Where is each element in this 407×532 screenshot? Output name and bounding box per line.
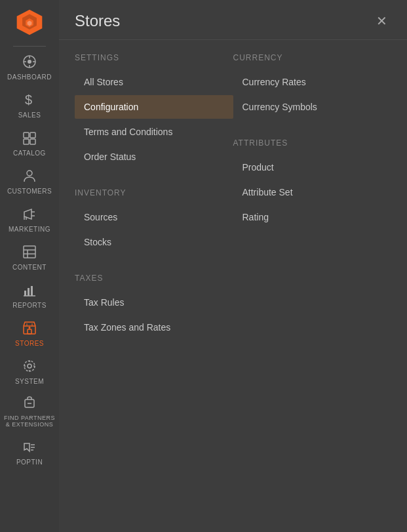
inventory-section-title: Inventory	[75, 188, 233, 197]
sidebar-item-stores[interactable]: STORES	[0, 314, 59, 352]
svg-rect-24	[24, 291, 26, 296]
attributes-section: Attributes Product Attribute Set Rating	[233, 138, 392, 230]
rating-item[interactable]: Rating	[233, 205, 392, 229]
attribute-set-item[interactable]: Attribute Set	[233, 180, 392, 204]
sidebar-item-catalog[interactable]: CATALOG	[0, 124, 59, 162]
sidebar-item-label: CUSTOMERS	[7, 188, 52, 195]
sidebar-item-label: CONTENT	[12, 264, 47, 271]
sidebar-item-customers[interactable]: CUSTOMERS	[0, 162, 59, 200]
sidebar-item-label: MARKETING	[9, 226, 50, 233]
currency-symbols-item[interactable]: Currency Symbols	[233, 95, 392, 119]
sidebar-item-content[interactable]: CONTENT	[0, 238, 59, 276]
svg-rect-12	[30, 133, 35, 138]
svg-point-34	[24, 361, 35, 371]
customers-icon	[22, 169, 37, 185]
marketing-icon	[22, 207, 37, 223]
sidebar-item-partners[interactable]: FIND PARTNERS & EXTENSIONS	[0, 390, 59, 433]
inventory-section: Inventory Sources Stocks	[75, 188, 233, 255]
tax-zones-rates-item[interactable]: Tax Zones and Rates	[75, 316, 233, 339]
svg-rect-20	[24, 246, 35, 258]
sidebar: DASHBOARD $ SALES CATALOG CUSTOME	[0, 0, 59, 532]
sidebar-item-label: FIND PARTNERS & EXTENSIONS	[3, 415, 56, 428]
menu-left-col: Settings All Stores Configuration Terms …	[75, 53, 233, 359]
sidebar-item-label: SYSTEM	[15, 378, 44, 385]
system-icon	[22, 359, 37, 375]
sidebar-item-reports[interactable]: REPORTS	[0, 276, 59, 314]
sidebar-item-label: STORES	[15, 340, 44, 347]
sidebar-item-label: POPTIN	[16, 459, 43, 466]
configuration-item[interactable]: Configuration	[75, 95, 233, 119]
sidebar-item-label: CATALOG	[13, 150, 46, 157]
sidebar-item-label: REPORTS	[12, 302, 47, 309]
sidebar-item-label: SALES	[18, 112, 41, 119]
reports-icon	[22, 283, 37, 299]
settings-section-title: Settings	[75, 53, 233, 62]
menu-content: Settings All Stores Configuration Terms …	[59, 40, 407, 372]
terms-conditions-item[interactable]: Terms and Conditions	[75, 120, 233, 144]
sidebar-item-label: DASHBOARD	[7, 73, 52, 81]
panel-header: Stores ✕	[59, 0, 407, 40]
order-status-item[interactable]: Order Status	[75, 145, 233, 169]
svg-rect-13	[24, 139, 29, 144]
sidebar-divider	[13, 46, 46, 47]
sources-item[interactable]: Sources	[75, 205, 233, 229]
taxes-section-title: Taxes	[75, 274, 233, 283]
sidebar-item-dashboard[interactable]: DASHBOARD	[0, 48, 59, 86]
svg-point-32	[29, 327, 31, 329]
settings-section: Settings All Stores Configuration Terms …	[75, 53, 233, 170]
all-stores-item[interactable]: All Stores	[75, 70, 233, 94]
svg-rect-11	[24, 133, 29, 138]
currency-rates-item[interactable]: Currency Rates	[233, 70, 392, 94]
taxes-section: Taxes Tax Rules Tax Zones and Rates	[75, 274, 233, 340]
currency-section: Currency Currency Rates Currency Symbols	[233, 53, 392, 120]
menu-right-col: Currency Currency Rates Currency Symbols…	[233, 53, 392, 359]
product-item[interactable]: Product	[233, 155, 392, 179]
partners-icon	[22, 396, 37, 412]
svg-rect-25	[28, 288, 29, 296]
poptin-icon	[22, 440, 37, 456]
sidebar-item-system[interactable]: SYSTEM	[0, 352, 59, 390]
svg-rect-14	[30, 139, 35, 144]
svg-point-5	[28, 60, 31, 64]
sidebar-item-poptin[interactable]: POPTIN	[0, 433, 59, 471]
svg-point-33	[28, 364, 31, 368]
sidebar-item-marketing[interactable]: MARKETING	[0, 200, 59, 238]
stores-icon	[22, 321, 37, 337]
svg-point-15	[27, 171, 32, 176]
tax-rules-item[interactable]: Tax Rules	[75, 291, 233, 314]
sales-icon: $	[23, 92, 36, 109]
stores-panel: Stores ✕ Settings All Stores Configurati…	[59, 0, 407, 532]
catalog-icon	[22, 131, 37, 147]
stocks-item[interactable]: Stocks	[75, 230, 233, 254]
svg-text:$: $	[25, 92, 33, 107]
panel-title: Stores	[75, 12, 120, 30]
svg-rect-26	[31, 286, 33, 296]
svg-rect-31	[28, 329, 31, 334]
dashboard-icon	[22, 54, 37, 71]
content-icon	[22, 245, 37, 261]
currency-section-title: Currency	[233, 53, 392, 62]
sidebar-item-sales[interactable]: $ SALES	[0, 86, 59, 124]
attributes-section-title: Attributes	[233, 138, 392, 148]
logo[interactable]	[0, 0, 59, 45]
close-button[interactable]: ✕	[372, 13, 391, 29]
